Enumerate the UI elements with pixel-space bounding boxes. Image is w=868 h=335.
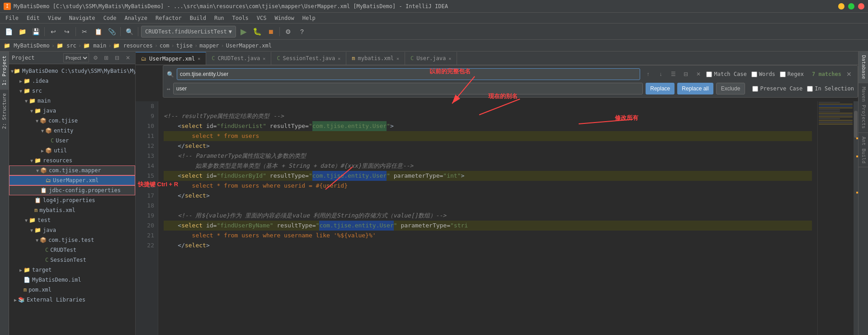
tree-item-target[interactable]: ▶ 📁 target bbox=[9, 265, 135, 275]
replace-btn[interactable]: Replace bbox=[646, 83, 675, 94]
tree-item-util[interactable]: ▶ 📦 util bbox=[9, 146, 135, 156]
toggle-util[interactable]: ▶ bbox=[40, 148, 45, 153]
menu-edit[interactable]: Edit bbox=[23, 14, 43, 22]
find-clear-btn[interactable]: ✕ bbox=[693, 69, 703, 79]
tab-close-usermapperxml[interactable]: ✕ bbox=[198, 56, 200, 61]
menu-window[interactable]: Window bbox=[271, 14, 297, 22]
breadcrumb-com[interactable]: com bbox=[160, 42, 170, 49]
tab-close-userjava[interactable]: ✕ bbox=[448, 56, 451, 61]
toggle-src[interactable]: ▼ bbox=[18, 89, 24, 94]
preserve-case-checkbox[interactable] bbox=[752, 86, 758, 92]
ant-tab[interactable]: Ant Build bbox=[859, 133, 868, 168]
project-scope-select[interactable]: Project bbox=[63, 53, 89, 62]
toolbar-settings-btn[interactable]: ⚙ bbox=[283, 26, 294, 38]
tab-close-crudtest[interactable]: ✕ bbox=[263, 56, 265, 61]
tree-item-mybatisxml[interactable]: m mybatis.xml bbox=[9, 205, 135, 215]
toggle-resources[interactable]: ▼ bbox=[29, 158, 34, 163]
tab-userjava[interactable]: C User.java ✕ bbox=[405, 52, 457, 65]
in-selection-checkbox[interactable] bbox=[807, 86, 813, 92]
menu-file[interactable]: File bbox=[2, 14, 22, 22]
toolbar-redo-btn[interactable]: ↪ bbox=[61, 26, 73, 38]
find-filter-btn[interactable]: ⊟ bbox=[681, 69, 691, 79]
words-checkbox[interactable] bbox=[751, 71, 757, 77]
breadcrumb-mapper[interactable]: mapper bbox=[199, 42, 219, 49]
maximize-button[interactable] bbox=[848, 3, 854, 9]
tree-item-test[interactable]: ▼ 📁 test bbox=[9, 215, 135, 225]
tab-usermapperxml[interactable]: 🗂 UserMapper.xml ✕ bbox=[136, 52, 206, 65]
toolbar-new-btn[interactable]: 📄 bbox=[3, 26, 14, 38]
panel-gear-btn[interactable]: ⚙ bbox=[91, 53, 100, 62]
tree-item-sessiontest[interactable]: C SessionTest bbox=[9, 255, 135, 265]
toggle-main[interactable]: ▼ bbox=[24, 99, 29, 104]
menu-view[interactable]: View bbox=[44, 14, 65, 22]
tab-sessiontest[interactable]: C SessionTest.java ✕ bbox=[271, 52, 346, 65]
tree-item-src[interactable]: ▼ 📁 src bbox=[9, 86, 135, 96]
breadcrumb-resources[interactable]: 📁 resources bbox=[113, 42, 152, 49]
menu-help[interactable]: Help bbox=[299, 14, 319, 22]
regex-checkbox[interactable] bbox=[780, 71, 786, 77]
tree-item-testjava[interactable]: ▼ 📁 java bbox=[9, 225, 135, 235]
title-bar-controls[interactable] bbox=[838, 3, 864, 9]
debug-button[interactable]: 🐛 bbox=[251, 26, 263, 38]
toggle-comtjise[interactable]: ▼ bbox=[34, 118, 40, 123]
breadcrumb-tjise[interactable]: tjise bbox=[176, 42, 193, 49]
tree-item-mybatisdemoiml[interactable]: 📄 MyBatisDemo.iml bbox=[9, 275, 135, 285]
replace-all-btn[interactable]: Replace all bbox=[677, 83, 713, 94]
tree-item-pomxml[interactable]: m pom.xml bbox=[9, 285, 135, 295]
scrollbar-thumb[interactable] bbox=[854, 111, 858, 138]
toggle-java[interactable]: ▼ bbox=[29, 109, 34, 113]
menu-build[interactable]: Build bbox=[186, 14, 210, 22]
run-button[interactable]: ▶ bbox=[238, 26, 250, 38]
menu-tools[interactable]: Tools bbox=[229, 14, 252, 22]
menu-analyze[interactable]: Analyze bbox=[121, 14, 151, 22]
toolbar-cut-btn[interactable]: ✂ bbox=[79, 26, 90, 38]
toolbar-save-btn[interactable]: 💾 bbox=[30, 26, 42, 38]
tree-item-mybatisdemo[interactable]: ▼ 📁 MyBatisDemo C:\study\SSM\MyBatis\MyB… bbox=[9, 66, 135, 76]
find-close-btn[interactable]: ✕ bbox=[844, 69, 854, 79]
stop-button[interactable]: ⏹ bbox=[265, 26, 277, 38]
toolbar-undo-btn[interactable]: ↩ bbox=[47, 26, 59, 38]
database-tab[interactable]: Database bbox=[859, 52, 868, 83]
tree-item-log4j[interactable]: 📋 log4j.properties bbox=[9, 195, 135, 205]
toggle-comtjisemapper[interactable]: ▼ bbox=[35, 168, 40, 173]
tree-item-jdbc-config[interactable]: 📋 jdbc-config.properties bbox=[9, 185, 135, 195]
tree-item-comtjisetest[interactable]: ▼ 📦 com.tjise.test bbox=[9, 235, 135, 245]
menu-refactor[interactable]: Refactor bbox=[152, 14, 185, 22]
breadcrumb-mybatisdemo[interactable]: 📁 MyBatisDemo bbox=[4, 42, 50, 49]
run-config-selector[interactable]: CRUDTest.findUserListTest ▼ bbox=[141, 26, 236, 38]
panel-collapse-btn[interactable]: ⊟ bbox=[113, 53, 122, 62]
toolbar-help-btn[interactable]: ? bbox=[296, 26, 308, 38]
tab-close-mybatisxml[interactable]: ✕ bbox=[396, 56, 399, 61]
toggle-external[interactable]: ▶ bbox=[13, 297, 18, 302]
match-case-option[interactable]: Match Case bbox=[706, 71, 746, 77]
tree-item-entity[interactable]: ▼ 📦 entity bbox=[9, 126, 135, 136]
breadcrumb-usermapper[interactable]: UserMapper.xml bbox=[226, 42, 272, 49]
in-selection-option[interactable]: In Selection bbox=[807, 85, 854, 92]
tree-item-main[interactable]: ▼ 📁 main bbox=[9, 96, 135, 106]
replace-input[interactable] bbox=[173, 83, 643, 94]
maven-tab[interactable]: Maven Projects bbox=[859, 83, 868, 133]
toolbar-copy-btn[interactable]: 📋 bbox=[92, 26, 104, 38]
menu-code[interactable]: Code bbox=[100, 14, 120, 22]
tree-item-crudtest[interactable]: C CRUDTest bbox=[9, 245, 135, 255]
tree-item-idea[interactable]: ▶ 📁 .idea bbox=[9, 76, 135, 86]
tree-item-comtjise[interactable]: ▼ 📦 com.tjise bbox=[9, 116, 135, 126]
tree-item-usermapperxml[interactable]: 🗂 UserMapper.xml bbox=[9, 175, 135, 185]
find-prev-btn[interactable]: ↑ bbox=[643, 69, 653, 79]
toggle-target[interactable]: ▶ bbox=[18, 268, 24, 273]
tree-item-external-libs[interactable]: ▶ 📚 External Libraries bbox=[9, 295, 135, 305]
toggle-idea[interactable]: ▶ bbox=[18, 79, 24, 84]
find-input[interactable] bbox=[177, 68, 640, 80]
toolbar-search-btn[interactable]: 🔍 bbox=[123, 26, 135, 38]
editor-scrollbar[interactable] bbox=[854, 101, 858, 335]
close-button[interactable] bbox=[858, 3, 864, 9]
tab-close-sessiontest[interactable]: ✕ bbox=[338, 56, 340, 61]
toolbar-open-btn[interactable]: 📁 bbox=[16, 26, 28, 38]
menu-navigate[interactable]: Navigate bbox=[66, 14, 99, 22]
project-tab[interactable]: 1: Project bbox=[0, 52, 9, 89]
breadcrumb-src[interactable]: 📁 src bbox=[57, 42, 76, 49]
toggle-entity[interactable]: ▼ bbox=[40, 128, 45, 133]
structure-tab[interactable]: 2: Structure bbox=[0, 89, 9, 132]
exclude-btn[interactable]: Exclude bbox=[716, 83, 745, 94]
panel-expand-btn[interactable]: ⊞ bbox=[102, 53, 111, 62]
